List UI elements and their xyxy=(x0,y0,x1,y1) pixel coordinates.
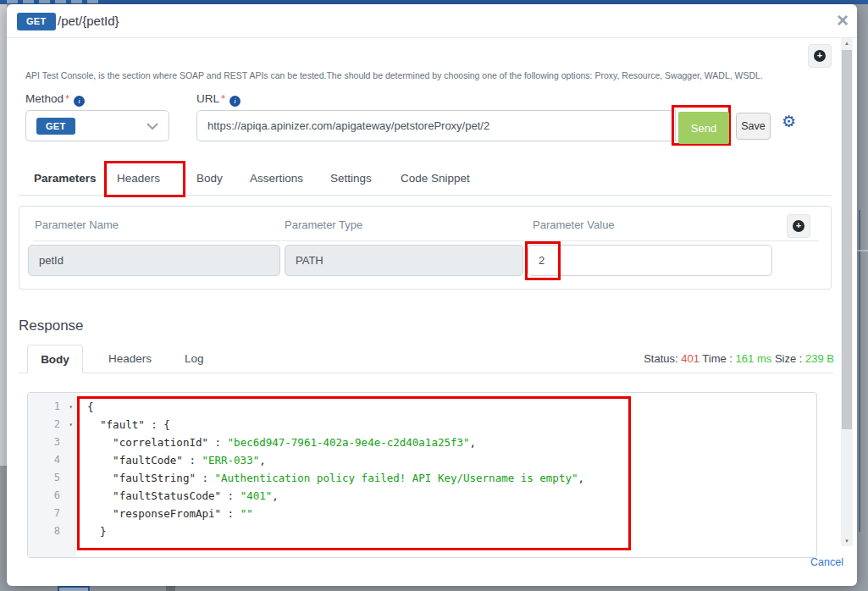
screen: GET /pet/{petId} × + API Test Console, i… xyxy=(0,0,868,591)
response-tab-body[interactable]: Body xyxy=(27,345,83,373)
api-test-console-modal: GET /pet/{petId} × + API Test Console, i… xyxy=(7,4,857,586)
tab-assertions[interactable]: Assertions xyxy=(250,172,303,196)
column-parameter-type: Parameter Type xyxy=(285,218,362,231)
response-tab-log[interactable]: Log xyxy=(185,352,204,365)
response-annotation-box xyxy=(77,396,631,550)
scrollbar-thumb[interactable] xyxy=(842,50,852,429)
time-label: Time : xyxy=(702,352,733,365)
method-label-row: Method*i xyxy=(25,91,85,107)
response-tabs-divider xyxy=(19,373,833,373)
response-status-line: Status: 401 Time : 161 ms Size : 239 B xyxy=(644,352,834,365)
url-label-row: URL*i xyxy=(196,91,240,107)
modal-scrollbar[interactable]: ▲ ▼ xyxy=(841,38,853,546)
parameters-panel: Parameter Name Parameter Type Parameter … xyxy=(19,206,832,290)
time-value: 161 ms xyxy=(736,352,772,365)
status-label: Status: xyxy=(644,352,677,365)
url-label: URL xyxy=(196,92,219,105)
required-asterisk: * xyxy=(221,92,225,105)
background-left-strip xyxy=(0,4,7,466)
fold-arrow-icon[interactable]: ▾ xyxy=(69,398,73,416)
background-vertical-line xyxy=(859,210,860,532)
status-code: 401 xyxy=(681,352,699,365)
response-tab-headers[interactable]: Headers xyxy=(108,352,152,365)
circle-plus-icon: + xyxy=(814,50,826,62)
method-label: Method xyxy=(25,92,64,105)
tab-settings[interactable]: Settings xyxy=(330,172,372,196)
cancel-link[interactable]: Cancel xyxy=(810,556,843,568)
add-request-button[interactable]: + xyxy=(808,44,832,68)
scroll-down-icon[interactable]: ▼ xyxy=(841,536,853,546)
parameter-name-input[interactable] xyxy=(28,245,280,276)
method-select-value: GET xyxy=(36,118,75,135)
fold-arrow-icon[interactable]: ▾ xyxy=(69,416,73,434)
response-body-editor[interactable]: 1▾ { 2▾ "fault" : { 3 "correlationId" : … xyxy=(27,392,817,558)
save-button[interactable]: Save xyxy=(736,113,771,140)
info-icon[interactable]: i xyxy=(229,96,240,107)
chevron-down-icon xyxy=(147,119,158,134)
info-icon[interactable]: i xyxy=(74,96,85,107)
scroll-up-icon[interactable]: ▲ xyxy=(841,38,853,48)
tab-code-snippet[interactable]: Code Snippet xyxy=(401,172,470,196)
background-left-strip-lower xyxy=(0,466,7,591)
console-description: API Test Console, is the section where S… xyxy=(25,70,779,80)
circle-plus-icon: + xyxy=(793,220,804,232)
endpoint-path-title: /pet/{petId} xyxy=(58,14,119,28)
close-icon[interactable]: × xyxy=(837,9,849,31)
add-parameter-button[interactable]: + xyxy=(787,214,810,238)
column-parameter-value: Parameter Value xyxy=(533,218,615,231)
background-block-fragment xyxy=(166,586,175,591)
size-value: 239 B xyxy=(805,352,834,365)
required-asterisk: * xyxy=(65,92,69,105)
method-select[interactable]: GET xyxy=(25,110,169,141)
url-input[interactable] xyxy=(196,110,676,141)
background-button-fragment xyxy=(58,586,90,591)
background-topbar-text-fragment xyxy=(7,0,100,3)
response-title: Response xyxy=(19,318,84,334)
parameter-type-input[interactable] xyxy=(285,245,523,276)
parameter-value-input[interactable] xyxy=(528,245,772,276)
gear-icon[interactable]: ⚙ xyxy=(782,112,796,131)
modal-header: GET /pet/{petId} × xyxy=(7,4,857,38)
background-horizontal-line xyxy=(857,250,868,251)
send-button[interactable]: Send xyxy=(678,112,729,144)
value-annotation-box xyxy=(525,241,561,280)
send-annotation-box: Send xyxy=(672,105,731,146)
panel-divider xyxy=(33,240,819,241)
column-parameter-name: Parameter Name xyxy=(35,218,119,231)
headers-annotation-box xyxy=(104,161,185,197)
size-label: Size : xyxy=(775,352,803,365)
tab-parameters[interactable]: Parameters xyxy=(34,172,97,196)
tab-body[interactable]: Body xyxy=(196,172,223,196)
http-method-badge: GET xyxy=(17,13,56,30)
